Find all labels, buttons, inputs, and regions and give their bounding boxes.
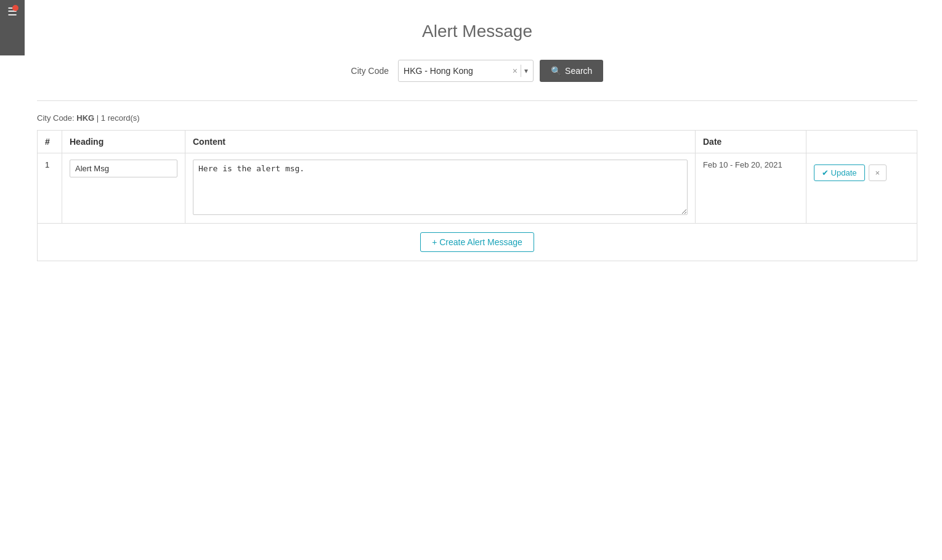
notification-dot <box>12 5 18 11</box>
heading-input[interactable] <box>70 160 177 177</box>
col-header-date: Date <box>696 131 806 153</box>
main-content: Alert Message City Code HKG - Hong Kong … <box>0 0 942 286</box>
select-divider <box>521 65 521 77</box>
row-number-cell: 1 <box>38 153 62 224</box>
date-cell: Feb 10 - Feb 20, 2021 <box>696 153 806 224</box>
content-cell[interactable]: Here is the alert msg. <box>185 153 696 224</box>
section-divider <box>37 100 917 101</box>
search-area: City Code HKG - Hong Kong × ▾ 🔍 Search <box>37 60 917 82</box>
results-info: City Code: HKG | 1 record(s) <box>37 113 917 123</box>
results-label-prefix: City Code: <box>37 113 76 123</box>
results-city-code: HKG <box>76 113 94 123</box>
create-row: + Create Alert Message <box>38 224 917 261</box>
clear-selection-icon[interactable]: × <box>513 66 518 76</box>
col-header-actions <box>806 131 917 153</box>
results-separator: | <box>94 113 101 123</box>
update-button[interactable]: ✔ Update <box>814 164 865 181</box>
table-row: 1 Here is the alert msg. Feb 10 - Feb 20… <box>38 153 917 224</box>
search-icon: 🔍 <box>551 66 561 76</box>
col-header-content: Content <box>185 131 696 153</box>
table-header-row: # Heading Content Date <box>38 131 917 153</box>
col-header-heading: Heading <box>62 131 185 153</box>
heading-cell[interactable] <box>62 153 185 224</box>
city-code-selected-value: HKG - Hong Kong <box>404 66 513 76</box>
actions-cell: ✔ Update × <box>806 153 917 224</box>
create-cell: + Create Alert Message <box>38 224 917 261</box>
top-nav: ☰ <box>0 0 25 55</box>
alert-messages-table: # Heading Content Date 1 Here is the ale… <box>37 130 917 261</box>
create-alert-message-button[interactable]: + Create Alert Message <box>420 232 534 252</box>
delete-button[interactable]: × <box>869 164 887 181</box>
results-record-count: 1 record(s) <box>101 113 140 123</box>
content-textarea[interactable]: Here is the alert msg. <box>193 160 688 215</box>
search-button-label: Search <box>565 66 592 76</box>
page-title: Alert Message <box>37 12 917 41</box>
city-code-select-wrapper[interactable]: HKG - Hong Kong × ▾ <box>398 60 534 82</box>
search-button[interactable]: 🔍 Search <box>540 60 603 82</box>
row-action-buttons: ✔ Update × <box>814 160 909 181</box>
col-header-num: # <box>38 131 62 153</box>
city-code-label: City Code <box>351 66 389 76</box>
date-display: Feb 10 - Feb 20, 2021 <box>703 160 782 169</box>
dropdown-arrow-icon[interactable]: ▾ <box>524 67 528 75</box>
row-number: 1 <box>45 160 49 169</box>
